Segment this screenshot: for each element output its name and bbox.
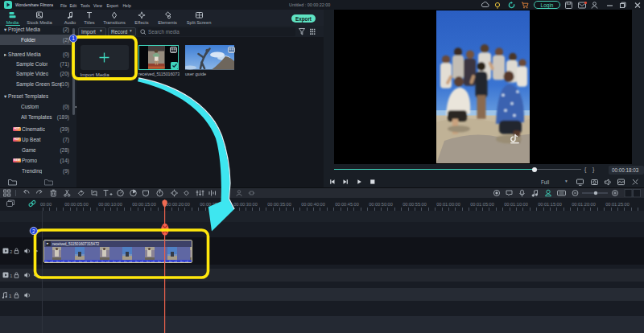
svg-text:1: 1 — [72, 35, 75, 41]
svg-text:2: 2 — [32, 228, 35, 234]
